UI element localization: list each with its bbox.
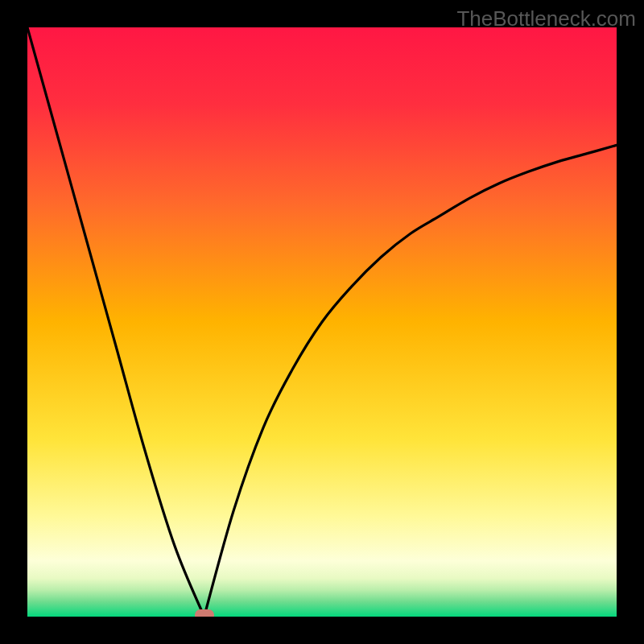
- bottleneck-curve: [27, 27, 617, 617]
- dip-marker: [195, 609, 214, 617]
- plot-area: [27, 27, 617, 617]
- watermark-text: TheBottleneck.com: [456, 6, 636, 31]
